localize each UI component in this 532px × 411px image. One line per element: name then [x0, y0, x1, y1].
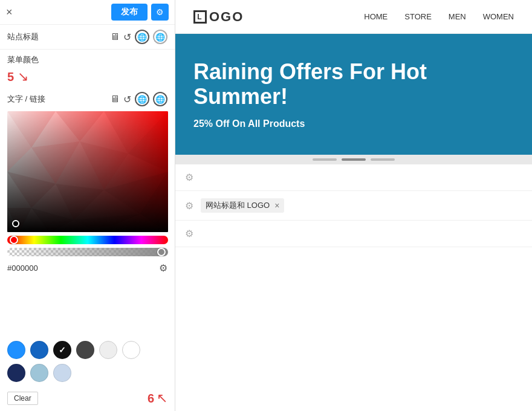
right-panel: L OGO HOMESTOREMENWOMEN Raining Offers F… — [175, 0, 532, 411]
widget-tag-label: 网站标题和 LOGO — [206, 200, 270, 211]
arrow-up-left-icon: ↖ — [157, 390, 167, 406]
monitor-icon[interactable]: 🖥 — [110, 31, 120, 42]
swatch-row1-3[interactable] — [76, 341, 94, 359]
color-gradient-picker[interactable] — [7, 111, 168, 232]
swatches-row-2 — [7, 364, 167, 382]
swatches-row-1 — [7, 341, 167, 359]
globe-icon-3[interactable]: 🌐 — [135, 92, 149, 106]
step6-number: 6 — [148, 392, 154, 406]
swatch-row1-5[interactable] — [122, 341, 140, 359]
swatch-row1-2[interactable] — [53, 341, 71, 359]
widget-row-2: ⚙ 网站标题和 LOGO × — [175, 191, 532, 221]
nav-link-home[interactable]: HOME — [364, 12, 388, 21]
scroll-dot-1 — [313, 158, 337, 161]
refresh-icon-2[interactable]: ↺ — [123, 94, 131, 105]
publish-button[interactable]: 发布 — [111, 4, 148, 21]
arrow-down-icon: ↘ — [18, 69, 28, 85]
hex-row: #000000 ⚙ — [7, 262, 167, 274]
scroll-dot-2 — [342, 158, 366, 161]
publish-area: 发布 ⚙ — [111, 4, 169, 21]
refresh-icon[interactable]: ↺ — [123, 31, 131, 43]
scroll-dot-3 — [371, 158, 395, 161]
hex-value: #000000 — [7, 264, 38, 273]
text-link-label: 文字 / 链接 — [7, 94, 45, 105]
site-title-row: 站点标题 🖥 ↺ 🌐 🌐 — [0, 25, 175, 50]
site-title-icons: 🖥 ↺ 🌐 🌐 — [110, 30, 167, 44]
swatch-row1-4[interactable] — [99, 341, 117, 359]
close-button[interactable]: × — [6, 6, 13, 19]
scroll-indicator — [175, 155, 532, 164]
settings-button[interactable]: ⚙ — [151, 4, 169, 21]
globe-icon-1[interactable]: 🌐 — [135, 30, 149, 44]
gradient-thumb[interactable] — [12, 220, 19, 227]
clear-button[interactable]: Clear — [7, 392, 38, 405]
hero-title: Raining Offers For Hot Summer! — [193, 59, 447, 109]
logo-text-span: OGO — [209, 9, 244, 25]
widget-gear-1[interactable]: ⚙ — [185, 172, 193, 183]
menu-color-section: 菜单颜色 5 ↘ — [0, 50, 175, 89]
preview-header: L OGO HOMESTOREMENWOMEN — [175, 0, 532, 34]
nav-link-store[interactable]: STORE — [404, 12, 432, 21]
widget-gear-3[interactable]: ⚙ — [185, 228, 193, 239]
widget-tag-close[interactable]: × — [274, 201, 279, 210]
hue-slider[interactable] — [7, 236, 168, 244]
widget-gear-2[interactable]: ⚙ — [185, 200, 193, 212]
swatch-row2-2[interactable] — [53, 364, 71, 382]
nav-link-men[interactable]: MEN — [449, 12, 466, 21]
logo-box-icon: L — [193, 10, 207, 24]
hero-banner: Raining Offers For Hot Summer! 25% Off O… — [175, 34, 532, 155]
widget-row-1: ⚙ — [175, 164, 532, 191]
clear-area: Clear 6 ↖ — [0, 387, 175, 411]
globe-icon-4[interactable]: 🌐 — [153, 92, 167, 106]
swatches-area — [0, 341, 175, 387]
widget-tag: 网站标题和 LOGO × — [201, 198, 284, 213]
step5-row: 5 ↘ — [7, 69, 167, 85]
sliders-icon[interactable]: ⚙ — [159, 262, 167, 274]
hue-thumb[interactable] — [10, 236, 18, 244]
step5-number: 5 — [7, 70, 14, 84]
site-title-label: 站点标题 — [7, 31, 39, 42]
left-panel: × 发布 ⚙ 站点标题 🖥 ↺ 🌐 🌐 菜单颜色 5 ↘ 文字 / 链接 🖥 ↺… — [0, 0, 175, 411]
swatch-row2-1[interactable] — [30, 364, 48, 382]
text-link-icons: 🖥 ↺ 🌐 🌐 — [110, 92, 167, 106]
color-picker-area: #000000 ⚙ — [0, 111, 175, 341]
globe-icon-2[interactable]: 🌐 — [153, 30, 167, 44]
menu-color-label: 菜单颜色 — [7, 54, 167, 65]
swatch-row1-1[interactable] — [30, 341, 48, 359]
opacity-slider[interactable] — [7, 248, 168, 256]
swatch-row2-0[interactable] — [7, 364, 25, 382]
swatch-row1-0[interactable] — [7, 341, 25, 359]
nav-links: HOMESTOREMENWOMEN — [364, 12, 514, 21]
top-bar: × 发布 ⚙ — [0, 0, 175, 25]
widget-area: ⚙ ⚙ 网站标题和 LOGO × ⚙ — [175, 164, 532, 411]
widget-row-3: ⚙ — [175, 221, 532, 247]
monitor-icon-2[interactable]: 🖥 — [110, 94, 120, 105]
logo: L OGO — [193, 9, 244, 25]
hero-subtitle: 25% Off On All Products — [193, 118, 447, 129]
opacity-thumb[interactable] — [157, 248, 166, 256]
text-link-row: 文字 / 链接 🖥 ↺ 🌐 🌐 — [0, 89, 175, 111]
nav-link-women[interactable]: WOMEN — [483, 12, 514, 21]
